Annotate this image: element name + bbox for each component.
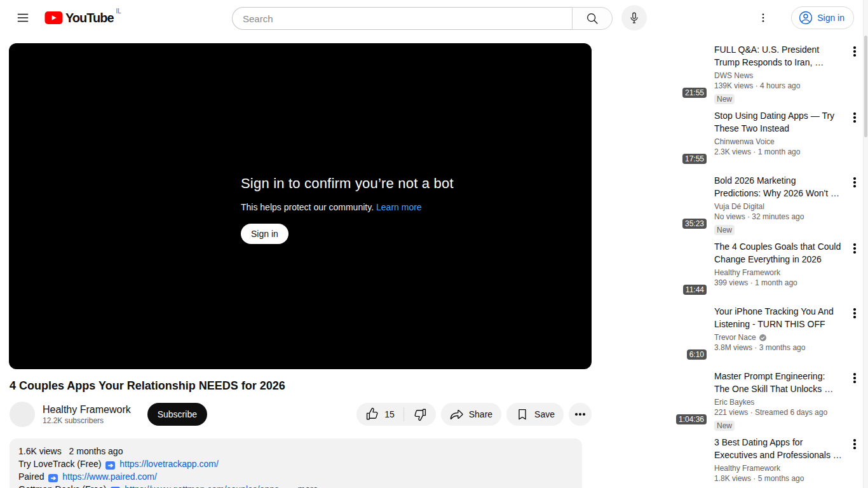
dot bbox=[853, 112, 856, 115]
channel-avatar[interactable] bbox=[10, 402, 35, 427]
search-input[interactable] bbox=[232, 7, 572, 30]
subscribe-button[interactable]: Subscribe bbox=[147, 403, 207, 426]
related-video-more-button[interactable] bbox=[848, 175, 862, 189]
related-video-more-button[interactable] bbox=[848, 437, 862, 451]
video-player[interactable]: Sign in to confirm you’re not a bot This… bbox=[9, 43, 592, 369]
video-thumbnail[interactable]: 1:04:36 bbox=[676, 370, 709, 430]
dot bbox=[853, 185, 856, 187]
related-video-more-button[interactable] bbox=[848, 241, 862, 255]
country-code: IL bbox=[116, 8, 121, 15]
kebab-icon bbox=[757, 12, 769, 24]
scrollbar-thumb[interactable] bbox=[864, 36, 867, 137]
related-video-title[interactable]: The 4 Couples Goals that Could Change Ev… bbox=[714, 240, 843, 266]
related-video-channel[interactable]: Healthy Framework bbox=[714, 268, 780, 277]
header-sign-in-button[interactable]: Sign in bbox=[791, 6, 854, 29]
dot bbox=[853, 381, 856, 383]
duration-badge: 21:55 bbox=[682, 88, 707, 98]
related-video-item[interactable]: 1:04:36 Master Prompt Engineering: The O… bbox=[676, 370, 862, 431]
bot-check-subtext: This helps protect our community. bbox=[241, 202, 374, 212]
related-video-meta: 2.3K views · 1 month ago bbox=[714, 147, 843, 156]
description-box[interactable]: 1.6K views 2 months ago Try LoveTrack (F… bbox=[10, 438, 582, 488]
show-more-link[interactable]: ...more bbox=[290, 484, 318, 488]
video-thumbnail[interactable]: 35:23 bbox=[676, 174, 709, 234]
related-video-more-button[interactable] bbox=[848, 306, 862, 320]
new-badge: New bbox=[714, 94, 735, 104]
related-video-more-button[interactable] bbox=[848, 44, 862, 58]
right-arrow-emoji-icon: ➔ bbox=[105, 461, 115, 470]
related-video-channel[interactable]: Trevor Nace bbox=[714, 333, 756, 342]
share-icon bbox=[450, 407, 464, 421]
person-icon bbox=[798, 10, 813, 25]
video-title: 4 Couples Apps Your Relationship NEEDS f… bbox=[10, 379, 592, 393]
related-video-meta: 221 views · Streamed 6 days ago bbox=[714, 408, 843, 417]
related-video-more-button[interactable] bbox=[848, 111, 862, 125]
related-video-item[interactable]: 3 Best Dating Apps for Executives and Pr… bbox=[676, 436, 862, 488]
youtube-logo[interactable]: YouTube IL bbox=[44, 9, 121, 27]
related-video-meta: 399 views · 1 month ago bbox=[714, 278, 843, 287]
video-thumbnail[interactable]: 6:10 bbox=[676, 305, 709, 365]
dislike-button[interactable] bbox=[404, 403, 436, 426]
description-link[interactable]: https://lovetrackapp.com/ bbox=[119, 459, 219, 469]
share-label: Share bbox=[469, 409, 492, 419]
dot bbox=[853, 120, 856, 123]
thumb-up-icon bbox=[365, 407, 379, 421]
dot bbox=[853, 308, 856, 311]
header-more-button[interactable] bbox=[750, 5, 776, 30]
like-button[interactable]: 15 bbox=[356, 403, 403, 426]
youtube-play-icon bbox=[44, 11, 63, 24]
dot bbox=[575, 413, 578, 416]
related-video-title[interactable]: Your iPhone Tracking You And Listening -… bbox=[714, 305, 843, 330]
player-sign-in-button[interactable]: Sign in bbox=[241, 224, 288, 244]
sign-in-label: Sign in bbox=[817, 13, 844, 23]
upload-date: 2 months ago bbox=[69, 446, 123, 456]
save-button[interactable]: Save bbox=[506, 403, 564, 426]
related-video-more-button[interactable] bbox=[848, 371, 862, 385]
channel-name[interactable]: Healthy Framework bbox=[43, 404, 131, 416]
mic-button[interactable] bbox=[621, 5, 647, 30]
save-label: Save bbox=[534, 409, 555, 419]
dot bbox=[583, 413, 585, 416]
right-arrow-emoji-icon: ➔ bbox=[48, 474, 58, 482]
video-meta-row: Healthy Framework 12.2K subscribers Subs… bbox=[10, 402, 592, 427]
related-video-title[interactable]: 3 Best Dating Apps for Executives and Pr… bbox=[714, 436, 843, 461]
related-video-item[interactable]: 35:23 Bold 2026 Marketing Predictions: W… bbox=[676, 174, 862, 235]
subscriber-count: 12.2K subscribers bbox=[43, 416, 131, 425]
hamburger-menu-button[interactable] bbox=[10, 5, 36, 30]
description-link[interactable]: https://www.gottman.com/couples/apps bbox=[125, 484, 279, 488]
dot bbox=[853, 251, 856, 254]
duration-badge: 35:23 bbox=[682, 219, 707, 229]
dot bbox=[853, 177, 856, 180]
related-video-title[interactable]: FULL Q&A: U.S. President Trump Responds … bbox=[714, 43, 843, 69]
bot-check-message: Sign in to confirm you’re not a bot This… bbox=[241, 175, 454, 244]
related-video-title[interactable]: Master Prompt Engineering: The One Skill… bbox=[714, 370, 843, 395]
video-thumbnail[interactable] bbox=[676, 436, 709, 488]
related-video-title[interactable]: Stop Using Dating Apps — Try These Two I… bbox=[714, 109, 843, 135]
description-line: Paired ➔ https://www.paired.com/ bbox=[18, 470, 573, 483]
related-video-item[interactable]: 21:55 FULL Q&A: U.S. President Trump Res… bbox=[676, 43, 862, 104]
description-meta: 1.6K views 2 months ago bbox=[18, 445, 573, 458]
description-text: Try LoveTrack (Free) bbox=[18, 459, 101, 469]
video-thumbnail[interactable]: 21:55 bbox=[676, 43, 709, 103]
related-video-item[interactable]: 17:55 Stop Using Dating Apps — Try These… bbox=[676, 109, 862, 169]
related-video-channel[interactable]: Vuja Dé Digital bbox=[714, 202, 764, 211]
related-video-item[interactable]: 6:10 Your iPhone Tracking You And Listen… bbox=[676, 305, 862, 365]
mic-icon bbox=[628, 11, 641, 24]
related-video-channel[interactable]: Eric Baykes bbox=[714, 398, 754, 407]
video-thumbnail[interactable]: 11:44 bbox=[676, 240, 709, 300]
related-video-title[interactable]: Bold 2026 Marketing Predictions: Why 202… bbox=[714, 174, 843, 200]
video-more-button[interactable] bbox=[569, 403, 592, 426]
description-line: Gottman Decks (Free) ➔ https://www.gottm… bbox=[18, 483, 573, 488]
description-link[interactable]: https://www.paired.com/ bbox=[62, 471, 157, 482]
learn-more-link[interactable]: Learn more bbox=[376, 202, 422, 212]
dot bbox=[853, 447, 856, 449]
page-scrollbar[interactable] bbox=[863, 0, 868, 488]
video-thumbnail[interactable]: 17:55 bbox=[676, 109, 709, 169]
related-video-item[interactable]: 11:44 The 4 Couples Goals that Could Cha… bbox=[676, 240, 862, 300]
related-video-channel[interactable]: Healthy Framework bbox=[714, 464, 780, 473]
share-button[interactable]: Share bbox=[441, 403, 501, 426]
top-bar: YouTube IL bbox=[0, 0, 868, 36]
related-video-channel[interactable]: Chinwenwa Voice bbox=[714, 137, 775, 146]
related-video-channel[interactable]: DWS News bbox=[714, 71, 753, 80]
dot bbox=[853, 50, 856, 53]
search-button[interactable] bbox=[572, 7, 613, 30]
